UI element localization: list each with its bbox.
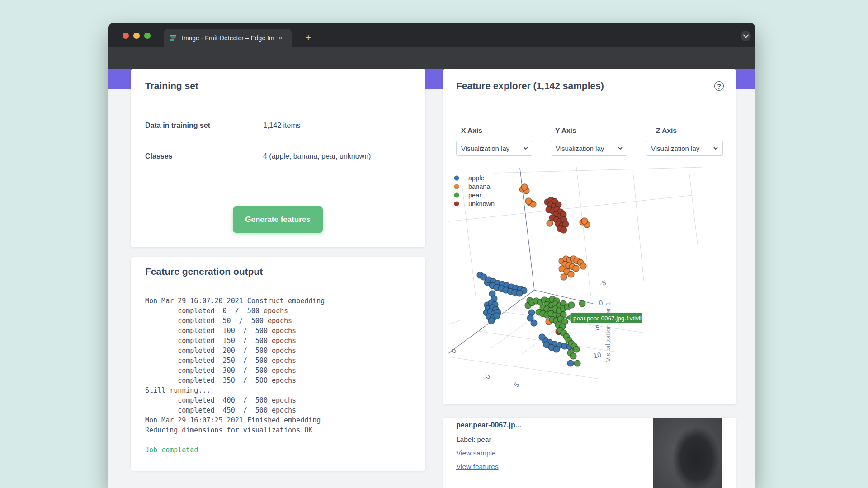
legend-swatch xyxy=(454,193,459,198)
y-axis-label: Y Axis xyxy=(555,127,576,135)
tab-strip: Image - Fruit-Detector – Edge Im × + xyxy=(108,23,755,47)
grid-line xyxy=(633,171,644,281)
page-content: Training set Data in training set 1,142 … xyxy=(108,69,755,488)
training-set-row-value: 1,142 items xyxy=(263,122,301,130)
svg-text:pear.pear-0067.jpg.1vtlviiv: pear.pear-0067.jpg.1vtlviiv xyxy=(573,315,645,322)
browser-update-chevron-icon[interactable] xyxy=(741,31,751,41)
console-line: completed 400 / 500 epochs xyxy=(145,395,325,405)
legend-label: banana xyxy=(468,183,491,190)
new-tab-button[interactable]: + xyxy=(302,31,315,44)
apple-data-point[interactable] xyxy=(531,320,537,326)
feature-explorer-3d-scatter[interactable]: -50510005Visualization layer 1applebanan… xyxy=(448,167,729,402)
legend-label: unknown xyxy=(468,200,495,207)
console-line: completed 0 / 500 epochs xyxy=(145,306,325,316)
bottom-axis-tick: 5 xyxy=(512,381,520,389)
console-line: completed 100 / 500 epochs xyxy=(145,326,325,336)
console-line: Job completed xyxy=(145,445,325,455)
console-line xyxy=(145,435,325,445)
sample-preview-image xyxy=(653,418,722,488)
training-set-row-label: Data in training set xyxy=(145,122,210,130)
legend-label: pear xyxy=(468,192,481,199)
view-features-link[interactable]: View features xyxy=(456,463,499,471)
legend-swatch xyxy=(454,176,459,181)
maximize-window-button[interactable] xyxy=(144,33,151,39)
tab-title: Image - Fruit-Detector – Edge Im xyxy=(182,34,278,42)
apple-data-point[interactable] xyxy=(494,313,500,319)
banana-data-point[interactable] xyxy=(581,218,588,224)
console-line: Mon Mar 29 16:07:25 2021 Finished embedd… xyxy=(145,415,325,425)
grid-line xyxy=(448,195,693,221)
pear-data-point[interactable] xyxy=(579,300,585,307)
unknown-data-point[interactable] xyxy=(562,221,569,227)
tab-close-icon[interactable]: × xyxy=(278,34,283,42)
minimize-window-button[interactable] xyxy=(133,33,140,39)
pear-data-point[interactable] xyxy=(574,360,580,366)
console-line: Mon Mar 29 16:07:20 2021 Construct embed… xyxy=(145,296,325,306)
chevron-down-icon xyxy=(618,147,623,150)
help-icon[interactable]: ? xyxy=(714,81,724,91)
banana-data-point[interactable] xyxy=(580,263,586,269)
training-set-card: Training set Data in training set 1,142 … xyxy=(131,69,425,247)
generate-features-button[interactable]: Generate features xyxy=(233,206,323,233)
z-axis-title: Visualization layer 1 xyxy=(604,302,612,362)
legend-item-pear[interactable]: pear xyxy=(454,192,482,199)
apple-data-point[interactable] xyxy=(488,318,495,324)
feature-output-card: Feature generation output Mon Mar 29 16:… xyxy=(131,257,425,471)
plot-tooltip: pear.pear-0067.jpg.1vtlviiv xyxy=(565,313,645,323)
banana-data-point[interactable] xyxy=(568,271,574,277)
training-set-row-label: Classes xyxy=(145,152,173,160)
legend-label: apple xyxy=(468,174,484,182)
banana-data-point[interactable] xyxy=(561,274,567,280)
y-axis-select[interactable]: Visualization lay xyxy=(551,141,627,156)
banana-data-point[interactable] xyxy=(525,198,532,204)
bottom-axis-tick: 0 xyxy=(449,347,458,355)
x-axis-select[interactable]: Visualization lay xyxy=(456,141,533,156)
grid-line xyxy=(494,167,702,173)
apple-data-point[interactable] xyxy=(567,360,574,366)
legend-item-banana[interactable]: banana xyxy=(454,183,491,190)
pear-data-point[interactable] xyxy=(573,346,580,352)
console-line: completed 250 / 500 epochs xyxy=(145,356,325,366)
console-line: Still running... xyxy=(145,385,325,395)
training-set-title: Training set xyxy=(145,80,198,91)
feature-explorer-card: Feature explorer (1,142 samples) ? X Axi… xyxy=(443,69,736,404)
z-axis-label: Z Axis xyxy=(656,127,677,135)
banana-data-point[interactable] xyxy=(573,265,579,272)
sample-title: pear.pear-0067.jp... xyxy=(456,421,521,429)
pear-data-point[interactable] xyxy=(568,302,575,308)
z-axis-select[interactable]: Visualization lay xyxy=(646,141,723,156)
console-line: completed 50 / 500 epochs xyxy=(145,316,325,326)
right-axis-tick: 5 xyxy=(595,324,600,332)
console-line: Reducing dimensions for visualizations O… xyxy=(145,425,325,435)
training-set-row-value: 4 (apple, banana, pear, unknown) xyxy=(263,152,371,160)
x-axis-label: X Axis xyxy=(461,127,482,135)
console-line: completed 300 / 500 epochs xyxy=(145,366,325,375)
banana-data-point[interactable] xyxy=(521,184,528,190)
tab-edge-impulse[interactable]: Image - Fruit-Detector – Edge Im × xyxy=(164,29,292,47)
console-line: completed 450 / 500 epochs xyxy=(145,405,325,415)
chevron-down-icon xyxy=(524,147,528,150)
grid-line xyxy=(448,357,598,379)
browser-window: Image - Fruit-Detector – Edge Im × + htt… xyxy=(108,23,755,488)
apple-data-point[interactable] xyxy=(516,290,523,296)
console-line: completed 150 / 500 epochs xyxy=(145,336,325,346)
console-output: Mon Mar 29 16:07:20 2021 Construct embed… xyxy=(145,296,325,455)
pear-data-point[interactable] xyxy=(570,353,576,359)
chevron-down-icon xyxy=(713,147,718,150)
close-window-button[interactable] xyxy=(123,33,129,39)
legend-item-unknown[interactable]: unknown xyxy=(454,200,495,207)
legend-item-apple[interactable]: apple xyxy=(454,174,485,182)
unknown-data-point[interactable] xyxy=(561,227,567,233)
legend-swatch xyxy=(454,184,459,189)
console-line: completed 200 / 500 epochs xyxy=(145,346,325,356)
right-axis-tick: 0 xyxy=(598,299,604,307)
right-axis-tick: 10 xyxy=(593,351,602,360)
grid-line xyxy=(576,167,591,296)
apple-data-point[interactable] xyxy=(553,346,560,352)
browser-toolbar: https://studio.edgeimpulse.com/studio/20… xyxy=(108,47,755,69)
view-sample-link[interactable]: View sample xyxy=(456,449,496,457)
apple-data-point[interactable] xyxy=(539,334,545,340)
bottom-axis-tick: 0 xyxy=(483,373,491,380)
edge-impulse-favicon xyxy=(170,34,177,42)
feature-explorer-title: Feature explorer (1,142 samples) xyxy=(456,80,604,91)
